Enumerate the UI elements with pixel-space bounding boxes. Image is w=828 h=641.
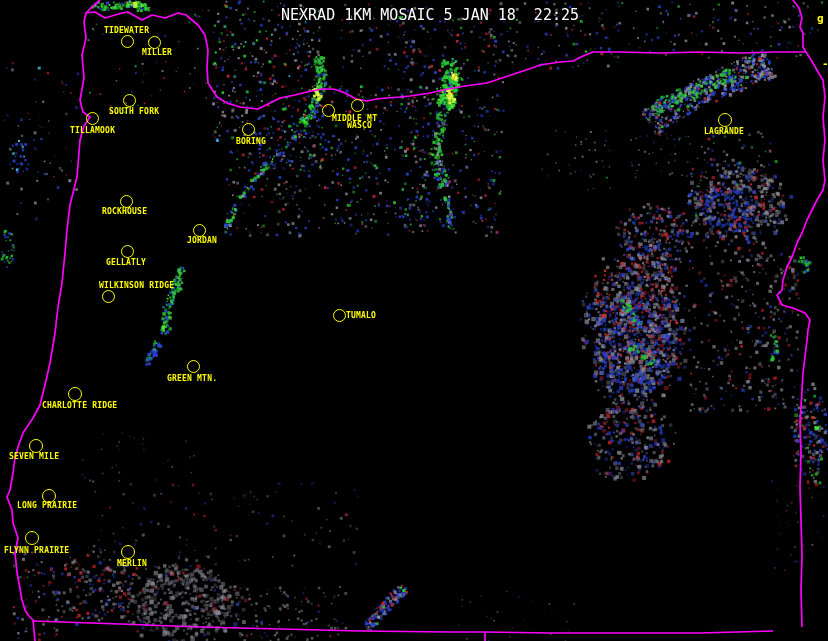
station-circle-icon — [718, 113, 732, 127]
station-label: BORING — [236, 138, 266, 146]
station-label: GELLATLY — [106, 259, 146, 267]
station-label: SEVEN MILE — [9, 453, 59, 461]
station-label: LONG PRAIRIE — [17, 502, 77, 510]
edge-label-fragment: g — [817, 13, 824, 24]
station-circle-icon — [187, 360, 200, 373]
station-circle-icon — [242, 123, 255, 136]
station-circle-icon — [29, 439, 43, 453]
station-circle-icon — [121, 245, 134, 258]
station-circle-icon — [86, 112, 99, 125]
station-label: JORDAN — [187, 237, 217, 245]
station-circle-icon — [351, 99, 364, 112]
station-label: MILLER — [142, 49, 172, 57]
mosaic-title: NEXRAD 1KM MOSAIC 5 JAN 18 22:25 — [281, 6, 579, 24]
station-label: GREEN MTN. — [167, 375, 217, 383]
station-label: CHARLOTTE RIDGE — [42, 402, 117, 410]
station-circle-icon — [121, 35, 134, 48]
station-label: TIDEWATER — [104, 27, 149, 35]
nexrad-display: NEXRAD 1KM MOSAIC 5 JAN 18 22:25 TIDEWAT… — [0, 0, 828, 641]
station-label: MERLIN — [117, 560, 147, 568]
station-circle-icon — [123, 94, 136, 107]
station-label: FLYNN PRAIRIE — [4, 547, 69, 555]
station-circle-icon — [120, 195, 133, 208]
station-label: TILLAMOOK — [70, 127, 115, 135]
station-label: TUMALO — [346, 312, 376, 320]
station-circle-icon — [102, 290, 115, 303]
station-circle-icon — [25, 531, 39, 545]
station-circle-icon — [121, 545, 135, 559]
station-circle-icon — [333, 309, 346, 322]
station-circle-icon — [193, 224, 206, 237]
station-label: LAGRANDE — [704, 128, 744, 136]
edge-label-fragment: - — [822, 58, 828, 69]
station-label: WASCO — [347, 122, 372, 130]
station-circle-icon — [148, 36, 161, 49]
station-circle-icon — [68, 387, 82, 401]
station-label: ROCKHOUSE — [102, 208, 147, 216]
station-label: WILKINSON RIDGE — [99, 282, 174, 290]
station-label: SOUTH FORK — [109, 108, 159, 116]
